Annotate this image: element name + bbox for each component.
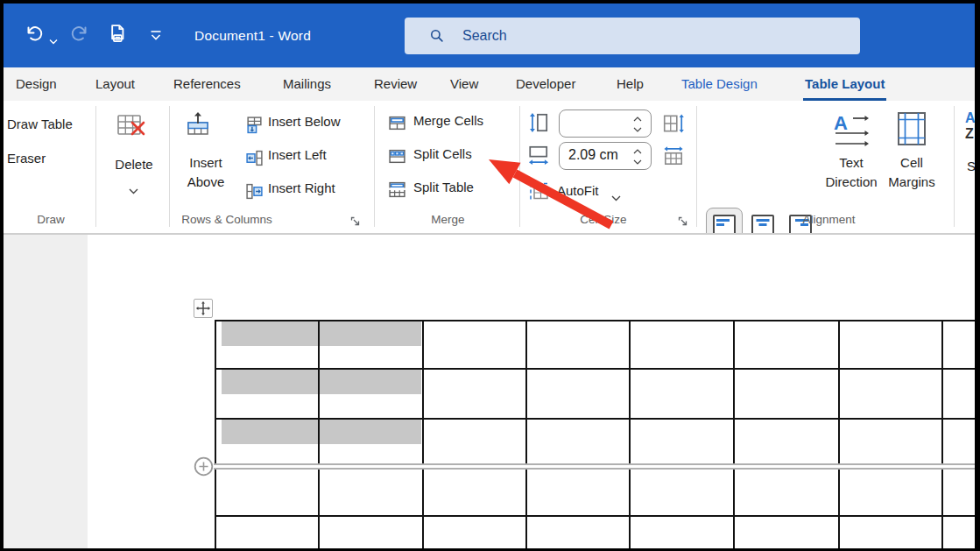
insert-above-button-line2[interactable]: Above bbox=[179, 174, 233, 189]
move-cross-icon bbox=[195, 300, 211, 316]
eraser-button[interactable]: Eraser bbox=[7, 151, 46, 166]
insert-below-icon bbox=[245, 116, 264, 138]
redo-icon[interactable] bbox=[68, 23, 91, 49]
word-window: Document1 - Word Search Design Layout Re… bbox=[0, 0, 980, 551]
split-table-icon bbox=[388, 180, 406, 202]
undo-dropdown-chevron-icon[interactable] bbox=[49, 32, 58, 48]
tab-references[interactable]: References bbox=[172, 67, 243, 101]
title-bar: Document1 - Word Search bbox=[4, 4, 975, 67]
ribbon: Draw Table Eraser Draw Delete Insert Abo… bbox=[4, 101, 975, 235]
merge-cells-button[interactable]: Merge Cells bbox=[413, 113, 483, 128]
split-cells-icon bbox=[388, 147, 406, 169]
cell-size-dialog-launcher-icon[interactable] bbox=[678, 215, 688, 230]
sort-icon-z[interactable]: Z bbox=[965, 126, 974, 142]
insert-below-button[interactable]: Insert Below bbox=[268, 114, 341, 129]
rows-columns-dialog-launcher-icon[interactable] bbox=[350, 215, 361, 230]
insert-row-plus-button[interactable] bbox=[194, 456, 214, 477]
draw-table-button[interactable]: Draw Table bbox=[7, 117, 73, 131]
search-input[interactable]: Search bbox=[405, 18, 860, 54]
height-spin-up-icon[interactable] bbox=[633, 117, 642, 122]
tab-mailings[interactable]: Mailings bbox=[281, 67, 333, 101]
width-spin-down-icon[interactable] bbox=[633, 159, 642, 165]
insert-left-icon bbox=[245, 149, 264, 171]
merge-cells-icon bbox=[388, 114, 406, 136]
column-width-input[interactable]: 2.09 cm bbox=[559, 142, 652, 170]
text-direction-button-line1[interactable]: Text bbox=[825, 155, 878, 170]
screen-edge-right bbox=[975, 0, 980, 551]
ribbon-bottom-border bbox=[4, 233, 975, 235]
insert-right-button[interactable]: Insert Right bbox=[268, 180, 335, 195]
tab-help[interactable]: Help bbox=[615, 67, 645, 101]
insert-row-indicator-line bbox=[214, 463, 975, 470]
group-label-cell-size: Cell Size bbox=[555, 213, 652, 226]
screen-edge-top bbox=[0, 0, 980, 4]
align-top-left-button[interactable] bbox=[713, 215, 736, 235]
search-placeholder: Search bbox=[462, 28, 507, 44]
tab-table-design[interactable]: Table Design bbox=[680, 67, 759, 101]
group-label-draw: Draw bbox=[16, 213, 86, 226]
tab-developer[interactable]: Developer bbox=[514, 67, 577, 101]
column-width-value: 2.09 cm bbox=[568, 147, 618, 163]
customize-quick-access-toolbar-icon[interactable] bbox=[149, 30, 163, 46]
undo-icon[interactable] bbox=[23, 23, 46, 49]
selected-cell-highlight bbox=[222, 321, 318, 346]
tab-design[interactable]: Design bbox=[14, 67, 59, 101]
sort-button-label-clipped[interactable]: S bbox=[967, 159, 975, 173]
insert-above-icon bbox=[183, 109, 213, 143]
group-label-rows-columns: Rows & Columns bbox=[166, 213, 288, 226]
quick-print-icon[interactable] bbox=[105, 22, 130, 50]
screen-edge-left bbox=[0, 0, 4, 551]
autofit-chevron-icon[interactable] bbox=[611, 189, 621, 205]
selected-cell-highlight bbox=[222, 370, 318, 394]
text-direction-icon: A bbox=[832, 111, 872, 153]
group-label-alignment: Alignment bbox=[779, 213, 879, 226]
tab-table-layout[interactable]: Table Layout bbox=[803, 67, 886, 101]
cell-margins-icon bbox=[895, 109, 928, 152]
cell-margins-button-line1[interactable]: Cell bbox=[892, 155, 932, 170]
ribbon-tab-bar: Design Layout References Mailings Review… bbox=[4, 67, 975, 101]
table-row-height-icon bbox=[527, 111, 550, 138]
distribute-rows-icon[interactable] bbox=[662, 112, 685, 138]
table-column-width-icon bbox=[527, 144, 550, 170]
distribute-columns-icon[interactable] bbox=[662, 145, 685, 171]
tab-review[interactable]: Review bbox=[372, 67, 419, 101]
group-label-merge: Merge bbox=[406, 213, 490, 226]
delete-table-icon bbox=[116, 111, 145, 145]
table-move-handle[interactable] bbox=[194, 299, 213, 318]
insert-left-button[interactable]: Insert Left bbox=[268, 147, 327, 162]
text-direction-button-line2[interactable]: Direction bbox=[816, 174, 886, 189]
autofit-button[interactable]: AutoFit bbox=[557, 183, 599, 198]
search-icon bbox=[429, 28, 445, 44]
svg-text:A: A bbox=[834, 112, 848, 134]
selected-cell-highlight bbox=[319, 321, 421, 346]
cell-margins-button-line2[interactable]: Margins bbox=[885, 174, 939, 189]
selected-cell-highlight bbox=[222, 420, 318, 444]
window-title: Document1 - Word bbox=[194, 4, 311, 67]
row-height-input[interactable] bbox=[559, 109, 652, 138]
align-top-center-button[interactable] bbox=[751, 215, 774, 235]
width-spin-up-icon[interactable] bbox=[633, 149, 642, 154]
tab-layout[interactable]: Layout bbox=[94, 67, 137, 101]
delete-button[interactable]: Delete bbox=[107, 157, 161, 172]
split-cells-button[interactable]: Split Cells bbox=[413, 146, 472, 161]
height-spin-down-icon[interactable] bbox=[633, 127, 642, 132]
autofit-icon bbox=[529, 181, 550, 206]
insert-right-icon bbox=[245, 182, 264, 204]
tab-view[interactable]: View bbox=[448, 67, 480, 101]
sort-icon-a[interactable]: A bbox=[965, 110, 975, 126]
insert-above-button-line1[interactable]: Insert bbox=[179, 155, 233, 170]
selected-cell-highlight bbox=[319, 370, 421, 394]
split-table-button[interactable]: Split Table bbox=[413, 180, 474, 194]
delete-chevron-icon[interactable] bbox=[129, 182, 138, 198]
selected-cell-highlight bbox=[319, 420, 421, 444]
